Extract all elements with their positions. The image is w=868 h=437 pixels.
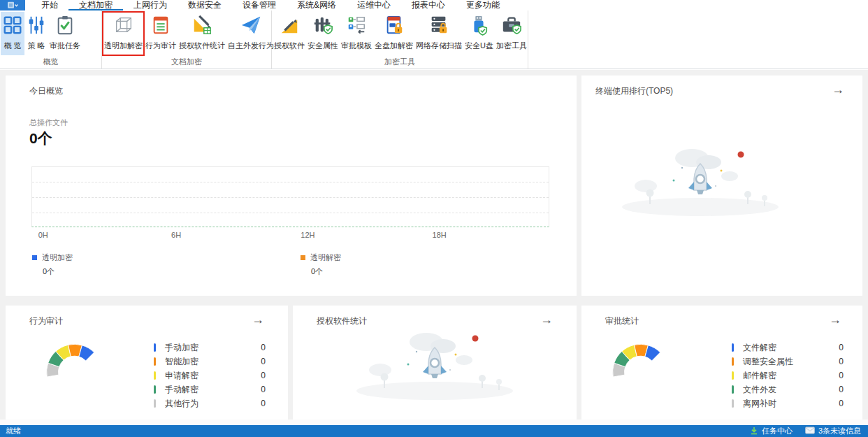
- legend-row: 其他行为0: [154, 396, 266, 410]
- tab-device-management[interactable]: 设备管理: [232, 0, 287, 10]
- tab-system-network[interactable]: 系统&网络: [287, 0, 347, 10]
- legend-row: 手动加密0: [154, 341, 266, 354]
- tab-data-security[interactable]: 数据安全: [178, 0, 232, 10]
- tab-report-center[interactable]: 报表中心: [401, 0, 456, 10]
- approval-tasks-button[interactable]: 审批任务: [48, 12, 82, 55]
- legend-row: 邮件解密0: [732, 368, 844, 382]
- content-bottom-strip: [0, 420, 868, 425]
- card-title: 行为审计: [29, 315, 63, 327]
- x-tick: 6H: [171, 231, 181, 239]
- legend-swatch: [732, 357, 734, 366]
- toolbox-shield-icon: [501, 15, 522, 38]
- licensed-software-stats-button[interactable]: 授权软件统计: [178, 12, 226, 55]
- legend-swatch: [32, 255, 37, 260]
- menu-bar: 开始 文档加密 上网行为 数据安全 设备管理 系统&网络 运维中心 报表中心 更…: [0, 0, 868, 10]
- legend-value: 0个: [43, 266, 73, 277]
- app-menu-button[interactable]: [0, 0, 25, 10]
- unread-messages-button[interactable]: 3条未读信息: [805, 426, 861, 436]
- legend-swatch: [732, 399, 734, 408]
- legend-swatch: [154, 385, 156, 394]
- legend-swatch: [154, 399, 156, 408]
- empty-state-rocket-illustration: [344, 321, 526, 404]
- clipboard-check-icon: [55, 15, 75, 38]
- full-disk-encryption-button[interactable]: 全盘加解密: [373, 12, 414, 55]
- tab-internet-behavior[interactable]: 上网行为: [123, 0, 178, 10]
- tab-document-encryption[interactable]: 文档加密: [68, 0, 123, 10]
- secure-usb-button[interactable]: 安全U盘: [463, 12, 495, 55]
- licensed-software-button[interactable]: 授权软件: [273, 12, 306, 55]
- approval-template-icon: [346, 15, 367, 38]
- transparent-encryption-button[interactable]: 透明加解密: [103, 12, 144, 55]
- card-title: 审批统计: [605, 315, 639, 327]
- arrow-right-icon[interactable]: →: [829, 313, 841, 326]
- gauge-chart: [609, 338, 674, 382]
- audit-list-icon: [150, 15, 171, 38]
- mail-icon: [805, 427, 815, 436]
- software-stats-icon: [191, 15, 212, 38]
- approval-template-button[interactable]: 审批模板: [340, 12, 373, 55]
- tab-home[interactable]: 开始: [31, 0, 68, 10]
- ribbon-group-label: 加密工具: [272, 57, 528, 67]
- arrow-right-icon[interactable]: →: [540, 313, 553, 326]
- ribbon-group-label: 概览: [0, 57, 101, 67]
- card-title: 今日概览: [29, 85, 63, 97]
- task-center-button[interactable]: 任务中心: [750, 426, 793, 436]
- legend-value: 0个: [311, 266, 341, 277]
- security-attributes-button[interactable]: 安全属性: [306, 12, 340, 55]
- dashboard: 今日概览 总操作文件 0个 0H 6H 12H 18H 透明加密 0个 透明解密…: [0, 70, 868, 425]
- legend-row: 文件外发0: [732, 382, 844, 396]
- policy-button[interactable]: 策 略: [24, 12, 48, 55]
- legend-transparent-encrypt: 透明加密 0个: [32, 252, 73, 277]
- today-overview-card: 今日概览 总操作文件 0个 0H 6H 12H 18H 透明加密 0个 透明解密…: [6, 76, 577, 296]
- legend-swatch: [301, 255, 305, 260]
- legend-swatch: [154, 357, 156, 366]
- gauge-legend: 文件解密0 调整安全属性0 邮件解密0 文件外发0 离网补时0: [732, 341, 844, 410]
- self-outgoing-behavior-button[interactable]: 自主外发行为: [226, 12, 275, 55]
- approval-stats-card: 审批统计 → 文件解密0 调整安全属性0 邮件解密0 文件外发0: [581, 306, 862, 421]
- grid-icon: [2, 15, 23, 38]
- network-storage-scan-button[interactable]: 网络存储扫描: [414, 12, 463, 55]
- paper-plane-icon: [240, 15, 261, 38]
- status-ready-text: 就绪: [6, 426, 21, 436]
- total-files-label: 总操作文件: [29, 117, 68, 128]
- encryption-tools-button[interactable]: 加密工具: [495, 12, 528, 55]
- legend-row: 申请解密0: [154, 368, 266, 382]
- tab-more-features[interactable]: 更多功能: [456, 0, 510, 10]
- behavior-audit-button[interactable]: 行为审计: [144, 12, 178, 55]
- legend-row: 调整安全属性0: [732, 354, 844, 368]
- legend-swatch: [732, 343, 734, 352]
- arrow-right-icon[interactable]: →: [832, 83, 844, 96]
- empty-state-rocket-illustration: [609, 137, 791, 220]
- gauge-legend: 手动加密0 智能加密0 申请解密0 手动解密0 其他行为0: [154, 341, 266, 410]
- today-line-chart: [31, 166, 549, 227]
- app-window: 开始 文档加密 上网行为 数据安全 设备管理 系统&网络 运维中心 报表中心 更…: [0, 0, 868, 437]
- gauge-chart: [43, 338, 108, 382]
- legend-row: 智能加密0: [154, 354, 266, 368]
- legend-swatch: [154, 371, 156, 380]
- fence-shield-icon: [312, 15, 333, 38]
- overview-button[interactable]: 概 览: [1, 12, 24, 55]
- x-tick: 0H: [38, 231, 48, 239]
- arrow-right-icon[interactable]: →: [252, 313, 264, 326]
- legend-row: 离网补时0: [732, 396, 844, 410]
- ssd-lock-icon: [384, 15, 405, 38]
- legend-row: 文件解密0: [732, 341, 844, 354]
- tab-ops-center[interactable]: 运维中心: [347, 0, 401, 10]
- terminal-ranking-card: 终端使用排行(TOP5) →: [581, 76, 862, 296]
- ribbon-tabs: 开始 文档加密 上网行为 数据安全 设备管理 系统&网络 运维中心 报表中心 更…: [31, 0, 510, 10]
- legend-transparent-decrypt: 透明解密 0个: [301, 252, 341, 277]
- status-bar: 就绪 任务中心 3条未读信息: [0, 425, 868, 437]
- behavior-audit-card: 行为审计 → 手动加密0 智能加密0 申请解密0 手动解密0: [6, 306, 288, 421]
- usb-shield-icon: [468, 15, 489, 38]
- legend-swatch: [732, 385, 734, 394]
- sliders-icon: [26, 15, 47, 38]
- x-tick: 18H: [433, 231, 447, 239]
- chart-x-axis: 0H 6H 12H 18H: [31, 231, 549, 241]
- card-title: 终端使用排行(TOP5): [595, 85, 673, 97]
- legend-swatch: [732, 371, 734, 380]
- legend-row: 手动解密0: [154, 382, 266, 396]
- ribbon-group-document-encryption: 透明加解密 行为审计 授权软件统计 自主外发行为 文档加密: [102, 10, 272, 69]
- total-files-value: 0个: [29, 129, 52, 148]
- ribbon-group-overview: 概 览 策 略 审批任务 概览: [0, 10, 102, 69]
- ribbon-group-label: 文档加密: [102, 57, 271, 67]
